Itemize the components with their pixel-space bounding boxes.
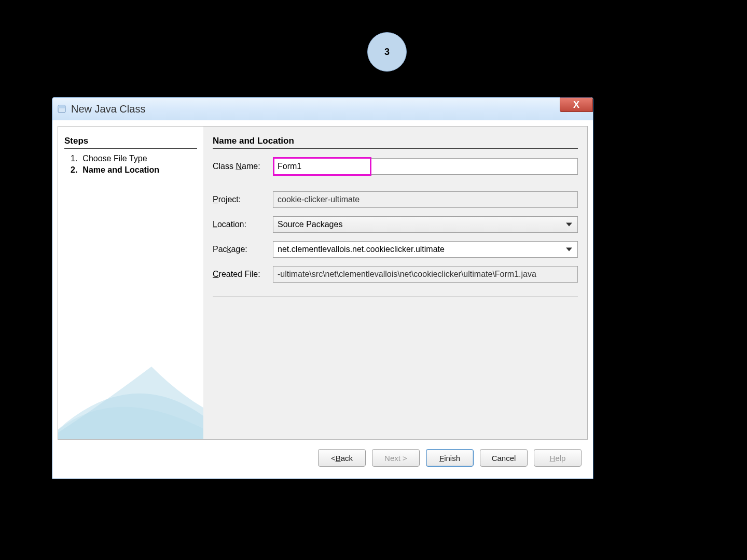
finish-button[interactable]: Finish bbox=[426, 449, 474, 467]
location-row: Location: Source Packages bbox=[213, 216, 578, 233]
help-button[interactable]: Help bbox=[534, 449, 582, 467]
step-row-current: 2. Name and Location bbox=[71, 165, 197, 175]
location-combobox[interactable]: Source Packages bbox=[273, 216, 578, 233]
project-label: Project: bbox=[213, 195, 269, 204]
divider bbox=[213, 296, 578, 297]
button-bar: < Back Next > Finish Cancel Help bbox=[58, 446, 588, 469]
app-icon bbox=[57, 104, 67, 114]
callout-circle: 3 bbox=[367, 32, 407, 72]
window-title: New Java Class bbox=[71, 103, 145, 115]
package-value: net.clementlevallois.net.cookieclicker.u… bbox=[278, 245, 445, 254]
class-name-input[interactable] bbox=[273, 158, 578, 175]
callout-number: 3 bbox=[384, 47, 390, 58]
panel-heading: Name and Location bbox=[213, 136, 578, 149]
package-combobox[interactable]: net.clementlevallois.net.cookieclicker.u… bbox=[273, 241, 578, 258]
class-name-row: Class Name: bbox=[213, 158, 578, 175]
dialog-body: Steps 1. Choose File Type 2. Name and Lo… bbox=[58, 126, 588, 440]
svg-rect-4 bbox=[58, 105, 65, 108]
location-value: Source Packages bbox=[278, 220, 342, 229]
class-name-label: Class Name: bbox=[213, 162, 269, 171]
project-field: cookie-clicker-ultimate bbox=[273, 191, 578, 208]
project-row: Project: cookie-clicker-ultimate bbox=[213, 191, 578, 208]
step-label: Name and Location bbox=[82, 165, 159, 175]
step-number: 2. bbox=[71, 165, 77, 175]
chevron-down-icon bbox=[566, 248, 572, 251]
step-row: 1. Choose File Type bbox=[71, 154, 197, 163]
created-file-row: Created File: -ultimate\src\net\clementl… bbox=[213, 266, 578, 283]
titlebar[interactable]: New Java Class X bbox=[52, 97, 593, 120]
back-button[interactable]: < Back bbox=[318, 449, 366, 467]
chevron-down-icon bbox=[566, 223, 572, 227]
cancel-button[interactable]: Cancel bbox=[480, 449, 528, 467]
package-row: Package: net.clementlevallois.net.cookie… bbox=[213, 241, 578, 258]
next-button: Next > bbox=[372, 449, 420, 467]
step-label: Choose File Type bbox=[82, 154, 147, 163]
close-button[interactable]: X bbox=[560, 97, 593, 112]
steps-list: 1. Choose File Type 2. Name and Location bbox=[64, 154, 197, 175]
sidebar-decoration bbox=[58, 335, 203, 439]
steps-sidebar: Steps 1. Choose File Type 2. Name and Lo… bbox=[58, 127, 203, 439]
wizard-dialog: New Java Class X Steps 1. Choose File Ty… bbox=[52, 97, 593, 479]
step-number: 1. bbox=[71, 154, 77, 163]
package-label: Package: bbox=[213, 245, 269, 254]
created-file-label: Created File: bbox=[213, 270, 269, 279]
created-file-field: -ultimate\src\net\clementlevallois\net\c… bbox=[273, 266, 578, 283]
steps-heading: Steps bbox=[64, 136, 197, 149]
location-label: Location: bbox=[213, 220, 269, 229]
close-icon: X bbox=[573, 100, 579, 110]
main-panel: Name and Location Class Name: Project: c… bbox=[203, 127, 587, 439]
